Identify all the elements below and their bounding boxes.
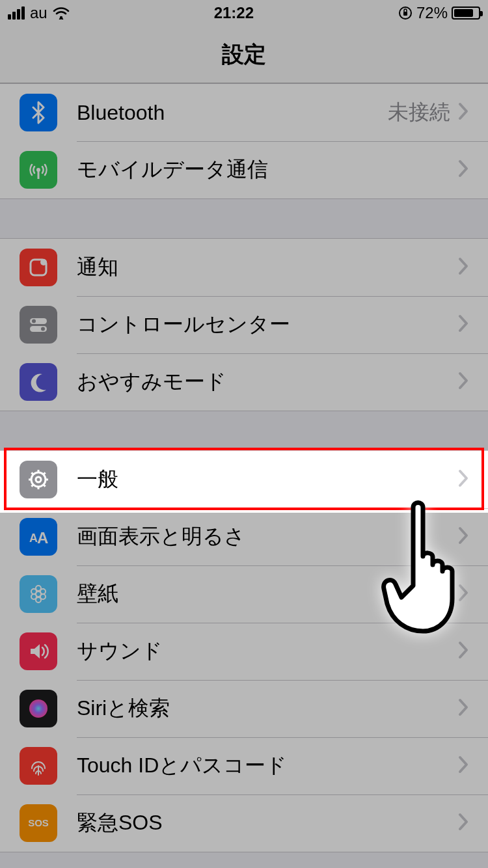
control-center-icon bbox=[20, 306, 57, 344]
cellular-icon bbox=[20, 151, 57, 189]
status-left: au bbox=[8, 4, 70, 22]
siri-icon bbox=[20, 690, 57, 727]
chevron-right-icon bbox=[458, 641, 468, 662]
cell-do-not-disturb[interactable]: おやすみモード bbox=[0, 353, 488, 411]
cell-mobile-data[interactable]: モバイルデータ通信 bbox=[0, 141, 488, 198]
svg-rect-4 bbox=[38, 170, 40, 179]
svg-point-28 bbox=[36, 586, 41, 591]
cell-label: モバイルデータ通信 bbox=[77, 156, 458, 184]
svg-rect-2 bbox=[403, 12, 407, 16]
group-gap bbox=[0, 199, 488, 238]
cell-label: Bluetooth bbox=[77, 101, 388, 125]
chevron-right-icon bbox=[458, 159, 468, 180]
chevron-right-icon bbox=[458, 257, 468, 278]
wallpaper-icon bbox=[20, 575, 57, 613]
chevron-right-icon bbox=[458, 372, 468, 392]
sound-icon bbox=[20, 632, 57, 670]
cell-label: サウンド bbox=[77, 637, 458, 666]
chevron-right-icon bbox=[458, 698, 468, 719]
status-time: 21:22 bbox=[214, 4, 254, 22]
svg-line-18 bbox=[31, 472, 33, 474]
carrier-label: au bbox=[30, 4, 47, 22]
cell-control-center[interactable]: コントロールセンター bbox=[0, 296, 488, 353]
moon-icon bbox=[20, 363, 57, 401]
cell-siri[interactable]: Siriと検索 bbox=[0, 680, 488, 737]
battery-icon bbox=[452, 7, 480, 20]
status-bar: au 21:22 72% bbox=[0, 0, 488, 26]
chevron-right-icon bbox=[458, 813, 468, 834]
cell-sos[interactable]: SOS 緊急SOS bbox=[0, 794, 488, 852]
fingerprint-icon bbox=[20, 747, 57, 785]
svg-line-14 bbox=[44, 485, 46, 487]
svg-text:SOS: SOS bbox=[28, 817, 49, 828]
settings-group: 通知 コントロールセンター おやすみモード bbox=[0, 238, 488, 411]
cell-notifications[interactable]: 通知 bbox=[0, 239, 488, 296]
svg-point-30 bbox=[29, 699, 47, 718]
svg-point-11 bbox=[31, 472, 46, 487]
signal-icon bbox=[8, 7, 25, 20]
cell-label: Touch IDとパスコード bbox=[77, 752, 458, 780]
gear-icon bbox=[20, 461, 57, 498]
cell-label: 緊急SOS bbox=[77, 809, 458, 837]
svg-point-8 bbox=[32, 319, 36, 323]
svg-point-0 bbox=[60, 16, 62, 19]
page-title: 設定 bbox=[222, 40, 266, 70]
pointer-hand-annotation bbox=[374, 495, 472, 640]
wifi-icon bbox=[53, 7, 70, 20]
notifications-icon bbox=[20, 249, 57, 286]
svg-point-10 bbox=[41, 327, 45, 331]
sos-icon: SOS bbox=[20, 804, 57, 842]
cell-value: 未接続 bbox=[388, 98, 450, 127]
cell-label: 一般 bbox=[77, 465, 458, 494]
chevron-right-icon bbox=[458, 314, 468, 335]
chevron-right-icon bbox=[458, 755, 468, 776]
display-icon: AA bbox=[20, 518, 57, 556]
svg-text:A: A bbox=[37, 529, 48, 547]
svg-line-16 bbox=[31, 485, 33, 487]
svg-point-12 bbox=[36, 477, 41, 482]
svg-line-20 bbox=[44, 472, 46, 474]
svg-point-6 bbox=[40, 259, 47, 265]
cell-bluetooth[interactable]: Bluetooth 未接続 bbox=[0, 84, 488, 141]
cell-label: おやすみモード bbox=[77, 368, 458, 396]
cell-label: Siriと検索 bbox=[77, 694, 458, 723]
nav-bar: 設定 bbox=[0, 26, 488, 83]
chevron-right-icon bbox=[458, 469, 468, 490]
settings-list: Bluetooth 未接続 モバイルデータ通信 通知 コントロール bbox=[0, 83, 488, 852]
cell-touchid[interactable]: Touch IDとパスコード bbox=[0, 737, 488, 794]
settings-group: Bluetooth 未接続 モバイルデータ通信 bbox=[0, 83, 488, 199]
orientation-lock-icon bbox=[398, 6, 413, 20]
svg-point-29 bbox=[36, 597, 41, 603]
group-gap bbox=[0, 411, 488, 450]
cell-label: コントロールセンター bbox=[77, 310, 458, 339]
status-right: 72% bbox=[398, 4, 480, 22]
chevron-right-icon bbox=[458, 102, 468, 123]
battery-percent: 72% bbox=[416, 4, 448, 22]
bluetooth-icon bbox=[20, 94, 57, 131]
cell-label: 通知 bbox=[77, 253, 458, 282]
